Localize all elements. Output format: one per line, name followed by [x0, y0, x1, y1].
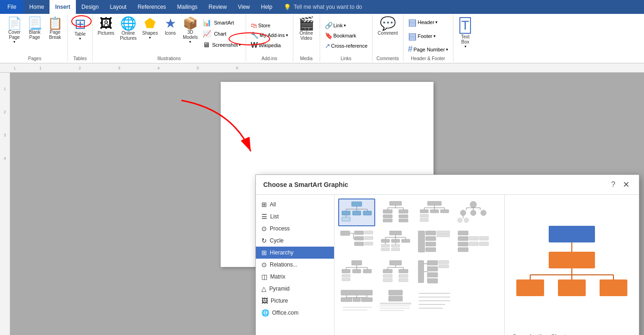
bookmark-button[interactable]: 🔖 Bookmark [323, 31, 359, 40]
svg-rect-29 [420, 210, 428, 213]
diagram-hierarchy-13[interactable] [377, 287, 414, 315]
svg-rect-104 [383, 279, 392, 282]
dialog-body: ⊞ All ☰ List ⊙ Process ↻ Cycle [256, 195, 639, 335]
svg-rect-96 [390, 261, 402, 265]
svg-rect-148 [600, 279, 627, 296]
matrix-icon: ◫ [261, 273, 267, 280]
diagram-hierarchy-11[interactable] [416, 258, 453, 285]
category-relations[interactable]: ⊙ Relations... [256, 259, 334, 271]
tab-home[interactable]: Home [24, 0, 50, 14]
tab-references[interactable]: References [132, 0, 171, 14]
page-number-button[interactable]: # Page Number ▾ [406, 43, 450, 55]
diagram-hierarchy-2[interactable] [377, 199, 414, 226]
category-cycle[interactable]: ↻ Cycle [256, 235, 334, 247]
tab-review[interactable]: Review [203, 0, 232, 14]
store-button[interactable]: 🛍 Store [249, 21, 272, 30]
diagram-hierarchy-8[interactable] [455, 228, 492, 256]
tell-me-input[interactable] [294, 4, 638, 10]
category-pyramid[interactable]: △ Pyramid [256, 283, 334, 295]
svg-rect-50 [354, 236, 364, 240]
svg-rect-147 [558, 279, 586, 296]
diagram-hierarchy-6[interactable] [377, 228, 414, 256]
svg-rect-82 [469, 242, 478, 246]
tab-mailings[interactable]: Mailings [172, 0, 203, 14]
smartart-button[interactable]: 📊 SmartArt [201, 18, 243, 28]
3d-models-button[interactable]: 📦 3DModels ▾ [180, 16, 200, 45]
all-icon: ⊞ [261, 201, 267, 208]
tab-help[interactable]: Help [255, 0, 278, 14]
officecom-icon: 🌐 [261, 309, 269, 316]
tab-design[interactable]: Design [76, 0, 104, 14]
ribbon-group-tables: ⊞ Table ▾ Tables [68, 15, 93, 62]
diagram-hierarchy-3[interactable] [416, 199, 453, 226]
svg-rect-72 [426, 236, 436, 241]
comment-button[interactable]: 💬 Comment [375, 16, 400, 37]
cross-reference-button[interactable]: ↗ Cross-reference [323, 41, 370, 50]
dialog-preview-panel: Organization Chart Use to show hierarchi… [505, 195, 639, 335]
diagram-hierarchy-14[interactable] [416, 287, 453, 315]
svg-rect-91 [342, 269, 350, 273]
my-add-ins-button[interactable]: 🔧 My Add-ins ▾ [249, 31, 290, 40]
picture-icon: 🖼 [261, 297, 268, 304]
page-break-button[interactable]: 📋 PageBreak [45, 16, 65, 41]
smartart-chart-screenshot-group: 📊 SmartArt 📈 Chart 🖥 Screenshot ▾ [201, 18, 243, 50]
diagram-hierarchy-7[interactable] [416, 228, 453, 256]
cycle-icon: ↻ [261, 237, 267, 244]
svg-rect-94 [342, 274, 350, 277]
svg-rect-103 [383, 274, 392, 278]
category-all-label: All [270, 201, 276, 208]
category-pyramid-label: Pyramid [269, 285, 290, 292]
tell-me-area[interactable]: 💡 [278, 0, 644, 14]
category-process-label: Process [270, 225, 290, 232]
svg-rect-17 [383, 210, 392, 213]
wikipedia-button[interactable]: W Wikipedia [249, 40, 283, 50]
header-button[interactable]: ▤ Header ▾ [406, 16, 440, 29]
tab-file[interactable]: File [0, 0, 24, 14]
diagram-hierarchy-10[interactable] [377, 258, 414, 285]
ribbon-panel: 📄 CoverPage ▾ 📃 BlankPage 📋 PageBreak Pa… [0, 14, 644, 63]
svg-rect-31 [440, 210, 449, 213]
category-process[interactable]: ⊙ Process [256, 223, 334, 235]
svg-rect-30 [430, 210, 439, 213]
category-officecom[interactable]: 🌐 Office.com [256, 307, 334, 319]
category-matrix[interactable]: ◫ Matrix [256, 271, 334, 283]
category-list[interactable]: ☰ List [256, 211, 334, 223]
diagram-org-chart[interactable] [338, 199, 375, 226]
addins-group-label: Add-ins [261, 55, 277, 61]
svg-rect-33 [420, 218, 428, 222]
shapes-button[interactable]: ⬟ Shapes ▾ [140, 16, 160, 41]
chart-button[interactable]: 📈 Chart [201, 29, 243, 39]
screenshot-button[interactable]: 🖥 Screenshot ▾ [201, 40, 243, 50]
online-pictures-button[interactable]: 🌐 OnlinePictures [118, 16, 139, 42]
diagram-hierarchy-9[interactable] [338, 258, 375, 285]
svg-rect-122 [341, 298, 352, 302]
category-hierarchy[interactable]: ⊞ Hierarchy [256, 247, 334, 259]
table-button[interactable]: ⊞ Table ▾ [71, 16, 89, 42]
diagram-hierarchy-4[interactable] [455, 199, 492, 226]
svg-rect-140 [549, 252, 595, 268]
online-video-button[interactable]: 🎬 OnlineVideo [296, 16, 317, 42]
svg-rect-78 [458, 236, 468, 241]
tab-insert[interactable]: Insert [50, 0, 76, 14]
ribbon-group-textbox: T TextBox ▾ [453, 15, 477, 62]
footer-button[interactable]: ▤ Footer ▾ [406, 30, 438, 43]
diagram-hierarchy-5[interactable] [338, 228, 375, 256]
diagram-hierarchy-12[interactable] [338, 287, 375, 315]
text-box-button[interactable]: T TextBox ▾ [456, 16, 475, 50]
tab-view[interactable]: View [232, 0, 255, 14]
pictures-button[interactable]: 🖼 Pictures [95, 16, 117, 37]
category-matrix-label: Matrix [270, 273, 285, 280]
document-canvas: Choose a SmartArt Graphic ? ✕ ⊞ All ☰ Li… [10, 73, 644, 335]
icons-button[interactable]: ★ Icons [161, 16, 180, 37]
ribbon-group-media: 🎬 OnlineVideo Media [293, 15, 320, 62]
category-picture[interactable]: 🖼 Picture [256, 295, 334, 307]
cover-page-button[interactable]: 📄 CoverPage ▾ [5, 16, 24, 45]
ribbon-group-addins: 🛍 Store 🔧 My Add-ins ▾ W Wikipedia Add-i… [246, 15, 293, 62]
svg-rect-74 [426, 248, 436, 252]
help-button[interactable]: ? [609, 180, 617, 189]
close-button[interactable]: ✕ [621, 180, 632, 190]
category-all[interactable]: ⊞ All [256, 199, 334, 211]
blank-page-button[interactable]: 📃 BlankPage [25, 16, 44, 41]
link-button[interactable]: 🔗 Link ▾ [323, 21, 348, 30]
tab-layout[interactable]: Layout [104, 0, 132, 14]
